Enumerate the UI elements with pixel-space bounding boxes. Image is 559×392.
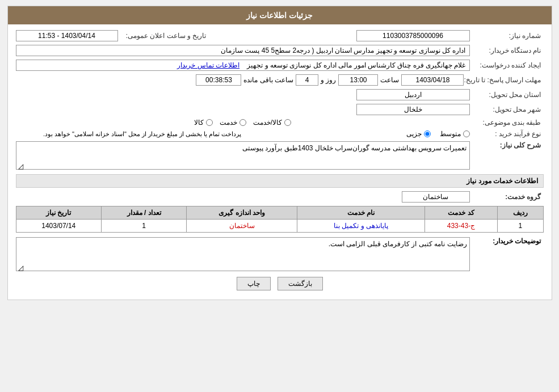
namDastgah-row: نام دستگاه خریدار: اداره کل نوسازی توسعه…	[16, 45, 544, 56]
shahr-row: شهر محل تحویل: خلخال	[16, 104, 544, 115]
ijadKonande-label: ایجاد کننده درخواست:	[470, 61, 544, 69]
radio-khadamat[interactable]	[239, 119, 246, 126]
tosiyeh-box: رضایت نامه کتبی از کارفرمای قبلی الزامی …	[16, 237, 470, 271]
print-button[interactable]: چاپ	[237, 277, 271, 290]
table-header: ردیف کد خدمت نام خدمت واحد اندازه گیری ت…	[16, 206, 543, 220]
tabaqe-radio-group: کالا/خدمت خدمت کالا	[16, 119, 470, 127]
table-header-row: ردیف کد خدمت نام خدمت واحد اندازه گیری ت…	[16, 206, 543, 220]
radio-kala-khadamat-item: کالا/خدمت	[253, 119, 291, 127]
baghimande-label: ساعت باقی مانده	[243, 76, 293, 84]
service-table: ردیف کد خدمت نام خدمت واحد اندازه گیری ت…	[16, 206, 544, 233]
namDastgah-label: نام دستگاه خریدار:	[470, 47, 544, 54]
radio-khadamat-label: خدمت	[220, 119, 237, 127]
ijadKonande-value: غلام جهانگیری فره چناق کارشناس امور مالی…	[16, 60, 470, 71]
nowFarayand-desc: پرداخت تمام یا بخشی از مبلغ خریدار از مح…	[16, 130, 244, 138]
cell-tarikh: 1403/07/14	[16, 220, 101, 233]
content-area: شماره نیاز: 1103003785000096 تاریخ و ساع…	[8, 24, 552, 300]
tosiyeh-value: رضایت نامه کتبی از کارفرمای قبلی الزامی …	[329, 240, 467, 248]
tarikh-value: 1403/04/14 - 11:53	[16, 30, 118, 41]
radio-kala-label: کالا	[194, 119, 204, 127]
baghimande-value: 00:38:53	[196, 74, 241, 86]
tabaqe-row: طبقه بندی موضوعی: کالا/خدمت خدمت کالا	[16, 119, 544, 127]
tarikh-label: تاریخ و ساعت اعلان عمومی:	[118, 32, 209, 40]
cell-kod: ج-43-433	[424, 220, 497, 233]
rooz-label: روز و	[321, 76, 336, 84]
tosiyeh-row: توضیحات خریدار: رضایت نامه کتبی از کارفر…	[16, 237, 544, 271]
col-tarikh: تاریخ نیاز	[16, 206, 101, 220]
shahr-value: خلخال	[356, 104, 470, 115]
tosiyeh-label: توضیحات خریدار:	[470, 237, 544, 245]
type-options: متوسط جزیی	[244, 130, 470, 138]
page-title: جزئیات اطلاعات نیاز	[246, 11, 313, 20]
ijadKonande-row: ایجاد کننده درخواست: غلام جهانگیری فره چ…	[16, 60, 544, 71]
radio-kala[interactable]	[206, 119, 213, 126]
sharhKoli-value: تعمیرات سرویس بهداشتی مدرسه گوران‌سراب خ…	[242, 144, 466, 152]
ostan-label: استان محل تحویل:	[470, 91, 544, 99]
col-kod: کد خدمت	[424, 206, 497, 220]
nowFarayand-row: نوع فرآیند خرید : متوسط جزیی پرداخت تمام…	[16, 130, 544, 138]
radio-motavasset[interactable]	[463, 130, 470, 137]
main-container: جزئیات اطلاعات نیاز شماره نیاز: 11030037…	[7, 6, 552, 300]
resize-handle: ◿	[16, 162, 23, 169]
col-tedad: تعداد / مقدار	[101, 206, 186, 220]
date-value: 1403/04/18	[401, 74, 464, 86]
grohe-row: گروه خدمت: ساختمان	[16, 191, 544, 203]
radio-khadamat-item: خدمت	[220, 119, 246, 127]
button-row: بازگشت چاپ	[16, 277, 544, 290]
sharhKoli-box: تعمیرات سرویس بهداشتی مدرسه گوران‌سراب خ…	[16, 141, 470, 170]
radio-kala-khadamat[interactable]	[284, 119, 291, 126]
shomareNiaz-row: شماره نیاز: 1103003785000096 تاریخ و ساع…	[16, 30, 544, 41]
nowFarayand-label: نوع فرآیند خرید :	[470, 130, 544, 138]
col-nam: نام خدمت	[297, 206, 424, 220]
cell-radif: 1	[498, 220, 543, 233]
radio-jozi-label: جزیی	[406, 130, 422, 138]
radio-kala-item: کالا	[194, 119, 213, 127]
table-body: 1 ج-43-433 پایانذهی و تکمیل بنا ساختمان …	[16, 220, 543, 233]
cell-tedad: 1	[101, 220, 186, 233]
shomareNiaz-value: 1103003785000096	[356, 30, 470, 41]
saat-label: ساعت	[380, 76, 399, 84]
cell-vahed: ساختمان	[187, 220, 297, 233]
sharhKoli-row: شرح کلی نیاز: تعمیرات سرویس بهداشتی مدرس…	[16, 141, 544, 170]
shomareNiaz-label: شماره نیاز:	[470, 32, 544, 40]
back-button[interactable]: بازگشت	[278, 277, 323, 290]
radio-jozi[interactable]	[424, 130, 431, 137]
table-row: 1 ج-43-433 پایانذهی و تکمیل بنا ساختمان …	[16, 220, 543, 233]
mohlat-row: مهلت ارسال پاسخ: تا تاریخ: 1403/04/18 سا…	[16, 74, 544, 86]
tabaqe-label: طبقه بندی موضوعی:	[470, 119, 544, 127]
namDastgah-value: اداره کل نوسازی توسعه و تجهیز مدارس استا…	[16, 45, 470, 56]
radio-motavasset-label: متوسط	[440, 130, 461, 138]
ostan-row: استان محل تحویل: اردبیل	[16, 89, 544, 100]
radio-kala-khadamat-label: کالا/خدمت	[253, 119, 282, 127]
sharhKoli-label: شرح کلی نیاز:	[470, 141, 544, 149]
cell-nam[interactable]: پایانذهی و تکمیل بنا	[297, 220, 424, 233]
grohe-label: گروه خدمت:	[470, 193, 544, 201]
grohe-value: ساختمان	[402, 191, 470, 203]
khadamat-section-title: اطلاعات خدمات مورد نیاز	[16, 174, 544, 188]
mohlat-label: مهلت ارسال پاسخ: تا تاریخ:	[464, 76, 543, 84]
shahr-label: شهر محل تحویل:	[470, 106, 544, 113]
tosiyeh-resize-handle: ◿	[16, 264, 23, 271]
saat-value: 13:00	[338, 74, 378, 86]
col-vahed: واحد اندازه گیری	[187, 206, 297, 220]
ostan-value: اردبیل	[356, 89, 470, 100]
col-radif: ردیف	[498, 206, 543, 220]
radio-jozi-item: جزیی	[406, 130, 431, 138]
page-header: جزئیات اطلاعات نیاز	[8, 6, 552, 24]
rooz-value: 4	[296, 74, 318, 86]
radio-motavasset-item: متوسط	[440, 130, 470, 138]
tamas-khardar-link[interactable]: اطلاعات تماس خریدار	[177, 61, 239, 69]
